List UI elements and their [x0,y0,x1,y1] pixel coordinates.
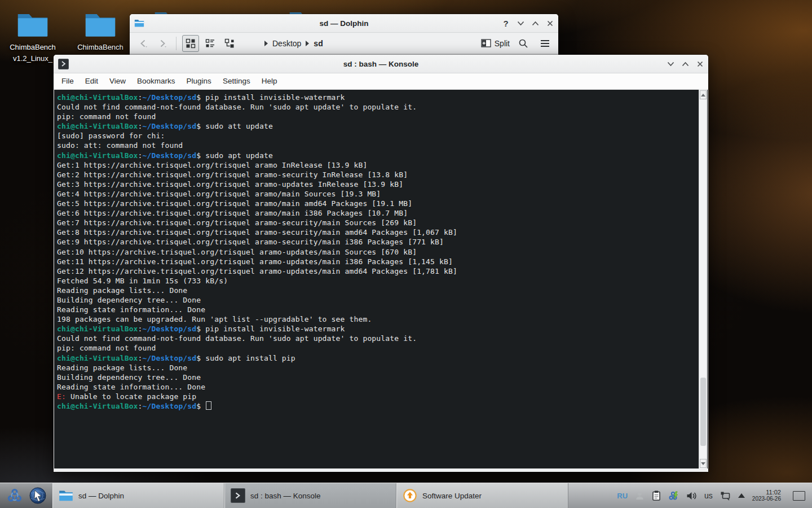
split-button[interactable]: Split [481,38,510,48]
close-button[interactable] [546,19,554,27]
terminal-line: Building dependency tree... Done [57,295,699,305]
terminal-line: Get:4 https://archive.trisquel.org/trisq… [57,189,699,199]
menu-bookmarks[interactable]: Bookmarks [131,73,181,89]
terminal-line: chi@chi-VirtualBox:~/Desktop/sd$ sudo ap… [57,353,699,363]
terminal-line: sudo: att: command not found [57,141,699,150]
dolphin-folder-icon [134,19,144,28]
breadcrumb-current[interactable]: sd [314,39,323,48]
menu-settings[interactable]: Settings [217,73,256,89]
terminal-line: pip: command not found [57,112,699,121]
network-icon[interactable] [720,491,731,501]
trisquel-logo-icon[interactable] [6,487,23,504]
task-dolphin[interactable]: sd — Dolphin [52,483,224,508]
details-view-button[interactable] [202,36,218,51]
breadcrumb-arrow-icon[interactable] [306,41,309,46]
terminal-line: chi@chi-VirtualBox:~/Desktop/sd$ [57,401,699,411]
terminal-line: Get:1 https://archive.trisquel.org/trisq… [57,160,699,170]
terminal-line: Get:8 https://archive.trisquel.org/trisq… [57,227,699,237]
dolphin-window-title: sd — Dolphin [130,19,558,28]
terminal-line: chi@chi-VirtualBox:~/Desktop/sd$ sudo at… [57,121,699,131]
menu-edit[interactable]: Edit [80,73,104,89]
help-button[interactable]: ? [502,19,510,27]
dolphin-titlebar[interactable]: sd — Dolphin ? [130,14,558,33]
search-icon [518,38,528,49]
terminal-line: pip: command not found [57,343,699,353]
update-notifier-icon[interactable] [668,491,679,501]
folder-icon [59,489,73,502]
dolphin-toolbar: Desktop sd Split [130,33,558,54]
tray-layout-ru[interactable]: RU [617,492,628,500]
clock-date: 2023-06-26 [752,496,781,502]
split-view-icon [481,38,491,48]
clock-time: 11:02 [752,489,781,496]
menu-view[interactable]: View [104,73,131,89]
icons-view-button[interactable] [182,35,199,52]
task-konsole[interactable]: sd : bash — Konsole [224,483,396,508]
terminal-cursor [206,401,211,410]
terminal-output[interactable]: chi@chi-VirtualBox:~/Desktop/sd$ pip ins… [54,90,699,468]
konsole-window: sd : bash — Konsole FileEditViewBookmark… [54,55,708,472]
maximize-button[interactable] [531,19,539,27]
terminal-line: Building dependency tree... Done [57,373,699,382]
terminal-scrollbar[interactable] [699,90,707,468]
konsole-titlebar[interactable]: sd : bash — Konsole [54,55,708,73]
terminal-line: Reading package lists... Done [57,363,699,373]
clipboard-icon[interactable] [652,491,661,501]
terminal-line: Get:9 https://archive.trisquel.org/trisq… [57,237,699,247]
task-software-updater[interactable]: Software Updater [396,483,568,508]
toolbar-separator [176,37,176,50]
menu-plugins[interactable]: Plugins [181,73,217,89]
close-button[interactable] [696,60,704,68]
chevron-up-icon [682,62,689,67]
launcher-globe-icon[interactable] [29,487,47,505]
clock[interactable]: 11:02 2023-06-26 [752,489,781,502]
volume-icon[interactable] [686,491,697,501]
scroll-up-button[interactable] [700,90,707,99]
folder-icon [16,11,49,38]
icons-view-icon [186,38,196,49]
launcher-area [0,483,52,508]
konsole-app-icon [58,59,69,69]
konsole-bottom-frame [54,468,708,472]
terminal-line: Get:7 https://archive.trisquel.org/trisq… [57,218,699,227]
close-icon [697,61,703,67]
terminal-line: chi@chi-VirtualBox:~/Desktop/sd$ pip ins… [57,324,699,334]
back-button[interactable] [135,36,151,51]
tray-expander-icon[interactable] [738,493,745,498]
search-button[interactable] [515,36,531,51]
hamburger-icon [540,40,550,47]
menu-file[interactable]: File [56,73,80,89]
terminal-line: Get:6 https://archive.trisquel.org/trisq… [57,208,699,218]
scroll-down-button[interactable] [700,459,707,468]
show-desktop-button[interactable] [793,491,805,501]
software-updater-icon [403,488,417,503]
desktop-icon-chimbabench[interactable]: ChimbaBench [69,11,132,53]
terminal-line: [sudo] password for chi: [57,131,699,141]
forward-button[interactable] [155,36,170,51]
scrollbar-thumb[interactable] [700,378,706,446]
maximize-button[interactable] [681,60,689,68]
close-icon [547,20,553,27]
forward-arrow-icon [158,39,167,48]
chevron-up-icon [532,21,539,26]
minimize-button[interactable] [517,19,524,27]
breadcrumb-arrow-icon[interactable] [264,41,268,46]
tray-keyboard-layout[interactable]: us [704,491,713,500]
terminal-area[interactable]: chi@chi-VirtualBox:~/Desktop/sd$ pip ins… [54,90,708,468]
terminal-line: Reading package lists... Done [57,286,699,295]
terminal-line: 198 packages can be upgraded. Run 'apt l… [57,314,699,324]
terminal-line: Reading state information... Done [57,305,699,314]
terminal-line: chi@chi-VirtualBox:~/Desktop/sd$ pip ins… [57,93,699,102]
menu-button[interactable] [537,36,553,51]
tree-view-button[interactable] [222,36,237,51]
terminal-line: Could not find command-not-found databas… [57,334,699,343]
menu-help[interactable]: Help [256,73,283,89]
terminal-line: E: Unable to locate package pip [57,392,699,401]
folder-icon [84,11,117,38]
task-label: sd : bash — Konsole [250,492,321,500]
konsole-window-title: sd : bash — Konsole [54,60,708,68]
split-label: Split [495,39,510,48]
breadcrumb-desktop[interactable]: Desktop [272,39,301,48]
minimize-button[interactable] [667,60,674,68]
user-icon[interactable] [635,491,645,501]
